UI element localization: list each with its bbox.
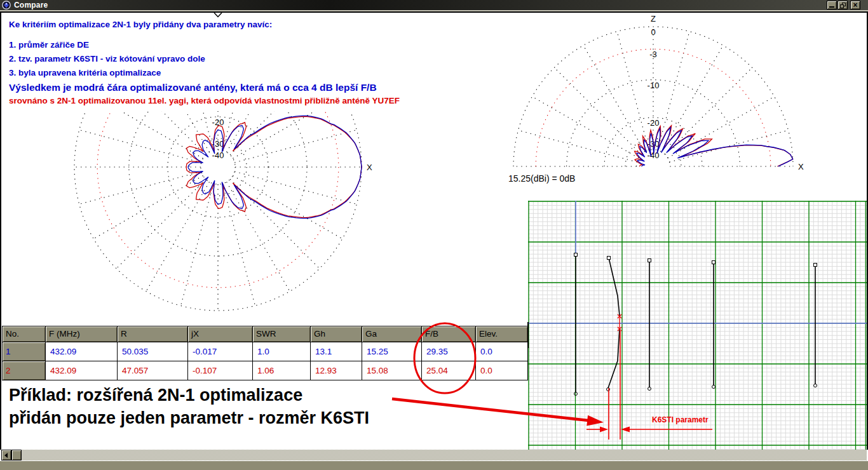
horizontal-scrollbar[interactable]	[1, 450, 867, 460]
app-globe-icon	[2, 1, 11, 10]
table-cell-r2c2: 47.057	[118, 361, 187, 380]
table-cell-r2c5: 12.93	[311, 361, 362, 380]
compare-window: { "window": { "title": "Compare", "icon"…	[0, 0, 868, 470]
element-top-marker	[574, 253, 578, 257]
result-red-text: srovnáno s 2N-1 optimalizovanou 11el. ya…	[9, 96, 400, 105]
column-header-f-mhz-[interactable]: F (MHz)	[46, 326, 117, 342]
minimize-button[interactable]	[827, 1, 837, 10]
table-cell-r1c1: 432.09	[46, 342, 117, 361]
ring-label--10: -10	[648, 81, 660, 90]
ring-label--3: -3	[214, 47, 222, 57]
driven-element-bottom	[608, 328, 620, 388]
column-header-r[interactable]: R	[118, 326, 187, 342]
column-header-elev-[interactable]: Elev.	[476, 326, 527, 342]
restore-button[interactable]	[837, 1, 848, 10]
gain-reference-label: 15.25(dBi) = 0dB	[508, 173, 575, 184]
table-cell-r2c4: 1.06	[253, 361, 310, 380]
client-left-border	[0, 13, 1, 450]
pattern-series-blue	[637, 128, 793, 166]
column-header-swr[interactable]: SWR	[253, 326, 310, 342]
example-caption: Příklad: rozšířená 2N-1 optimalizace při…	[9, 384, 369, 429]
element-bottom-marker	[712, 386, 715, 389]
table-cell-r2c3: -0.107	[188, 361, 252, 380]
element-top-marker	[648, 259, 651, 262]
minimize-icon	[829, 6, 834, 8]
column-header-ga[interactable]: Ga	[362, 326, 421, 342]
ring-label--20: -20	[648, 118, 660, 128]
table-cell-r2c7: 25.04	[422, 361, 475, 380]
scrollbar-thumb[interactable]	[11, 450, 22, 460]
column-header-f-b[interactable]: F/B	[422, 326, 475, 342]
table-cell-r1c2: 50.035	[118, 342, 187, 361]
ring-label--3: -3	[649, 50, 657, 59]
window-bottom-bar	[0, 461, 868, 470]
table-cell-r1c3: -0.017	[188, 342, 252, 361]
x-axis-label: X	[798, 162, 804, 171]
column-header-no-[interactable]: No.	[3, 326, 45, 342]
result-blue-text: Výsledkem je modrá čára optimalizované a…	[9, 82, 377, 93]
ring-label--20: -20	[212, 117, 224, 127]
table-cell-r1c6: 15.25	[362, 342, 421, 361]
table-cell-r2c6: 15.08	[362, 361, 421, 380]
z-axis-label: Z	[651, 14, 656, 24]
column-header-jx[interactable]: jX	[188, 326, 252, 342]
elevation-polar-plot: 0-3-10-20-30-40XZ	[505, 5, 810, 177]
element-top-marker	[814, 264, 817, 267]
row-label-2[interactable]: 2	[3, 361, 45, 380]
table-cell-r1c5: 13.1	[311, 342, 362, 361]
element-top-marker	[607, 257, 611, 260]
x-axis-label: X	[367, 163, 372, 172]
table-cell-r2c8: 0.0	[476, 361, 527, 380]
column-header-gh[interactable]: Gh	[311, 326, 362, 342]
criteria-list-item-1: 1. průměr zářiče DE	[9, 38, 205, 52]
row-label-1[interactable]: 1	[3, 342, 45, 361]
intro-text: Ke kritériím optimalizace 2N-1 byly přid…	[9, 20, 272, 29]
example-caption-line2: přidán pouze jeden parametr - rozměr K6S…	[9, 406, 369, 429]
antenna-layout-diagram	[528, 201, 867, 450]
close-button[interactable]: ×	[850, 1, 860, 10]
k6sti-parameter-label: K6STI parametr	[652, 415, 709, 424]
element-top-marker	[712, 261, 715, 264]
dimension-arrow-right	[600, 427, 608, 433]
scroll-left-button[interactable]	[1, 450, 11, 460]
criteria-list: 1. průměr zářiče DE2. tzv. parametr K6ST…	[9, 38, 205, 80]
example-caption-line1: Příklad: rozšířená 2N-1 optimalizace	[9, 384, 369, 406]
table-cell-r1c8: 0.0	[476, 342, 527, 361]
table-cell-r1c4: 1.0	[253, 342, 310, 361]
criteria-list-item-3: 3. byla upravena kritéria optimalizace	[9, 66, 205, 80]
criteria-list-item-2: 2. tzv. parametr K6STI - viz kótování vp…	[9, 52, 205, 66]
element-bottom-marker	[648, 387, 651, 391]
ring-label-0: 0	[651, 27, 655, 37]
table-cell-r1c7: 29.35	[422, 342, 475, 361]
table-cell-r2c1: 432.09	[46, 361, 117, 380]
scroll-left-icon	[4, 453, 8, 458]
close-icon: ×	[851, 1, 860, 10]
window-title: Compare	[14, 1, 48, 10]
results-table: No.F (MHz)RjXSWRGhGaF/BElev.1432.0950.03…	[2, 326, 528, 380]
